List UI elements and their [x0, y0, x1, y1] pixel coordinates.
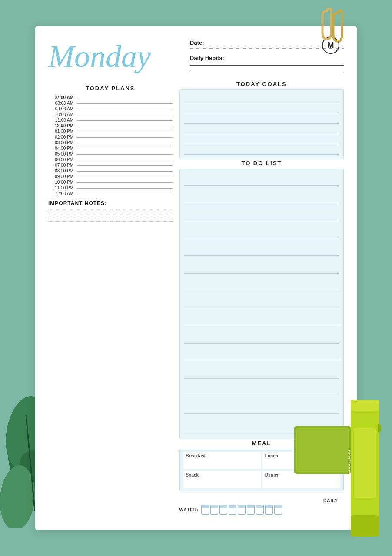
water-glass-5[interactable]	[238, 505, 246, 515]
svg-rect-14	[296, 428, 349, 472]
goal-line[interactable]	[184, 135, 339, 144]
todo-line[interactable]	[184, 387, 339, 396]
todo-line[interactable]	[184, 404, 339, 414]
snack-cell[interactable]: Snack	[183, 471, 261, 488]
todo-line[interactable]	[184, 299, 339, 308]
time-entry-line[interactable]	[77, 188, 173, 189]
time-entry-line[interactable]	[77, 160, 173, 160]
todo-line[interactable]	[184, 369, 339, 379]
paperclip-decoration	[318, 7, 362, 47]
todo-line[interactable]	[184, 317, 339, 326]
schedule-list: 07:00 AM 08:00 AM 09:00 AM 10:00 AM 11:0…	[48, 95, 173, 197]
daily-box[interactable]	[318, 504, 344, 521]
time-entry-line[interactable]	[77, 98, 173, 98]
notes-line[interactable]	[48, 209, 173, 209]
todo-line[interactable]	[184, 281, 339, 291]
bottom-row: WATER: DAILY	[179, 498, 344, 521]
time-entry-line[interactable]	[77, 126, 173, 126]
todo-section: TO DO LIST	[179, 164, 344, 439]
notes-line[interactable]	[48, 215, 173, 215]
time-row: 03:00 PM	[48, 140, 173, 145]
todo-line[interactable]	[184, 334, 339, 344]
todo-box	[179, 169, 344, 439]
water-glass-9[interactable]	[274, 505, 282, 515]
time-entry-line[interactable]	[77, 171, 173, 172]
time-entry-line[interactable]	[77, 115, 173, 115]
notes-line[interactable]	[48, 218, 173, 218]
goals-box	[179, 89, 344, 159]
todo-title: TO DO LIST	[238, 160, 285, 166]
time-label: 08:00 AM	[48, 101, 73, 106]
todo-line[interactable]	[184, 176, 339, 186]
time-entry-line[interactable]	[77, 109, 173, 109]
time-label: 09:00 AM	[48, 106, 73, 111]
goal-line[interactable]	[184, 94, 339, 103]
todo-lines	[180, 169, 343, 439]
todo-line[interactable]	[184, 229, 339, 238]
svg-rect-10	[354, 428, 376, 498]
water-glass-4[interactable]	[229, 505, 236, 515]
todo-line[interactable]	[184, 194, 339, 203]
time-row: 06:00 PM	[48, 157, 173, 162]
todo-line[interactable]	[184, 264, 339, 274]
todo-line[interactable]	[184, 351, 339, 361]
time-label: 04:00 PM	[48, 146, 73, 151]
breakfast-label: Breakfast	[186, 453, 258, 458]
time-entry-line[interactable]	[77, 165, 173, 166]
water-glass-2[interactable]	[210, 505, 218, 515]
water-glass-7[interactable]	[256, 505, 264, 515]
goal-line[interactable]	[184, 125, 339, 134]
water-glasses	[201, 505, 282, 515]
time-row: 07:00 AM	[48, 95, 173, 100]
highlighter-decoration: on:planners	[349, 394, 381, 543]
water-glass-1[interactable]	[201, 505, 209, 515]
time-entry-line[interactable]	[77, 143, 173, 143]
goal-line[interactable]	[184, 104, 339, 113]
time-label: 06:00 PM	[48, 157, 73, 162]
date-input-line[interactable]	[190, 48, 344, 49]
time-entry-line[interactable]	[77, 120, 173, 121]
notes-line[interactable]	[48, 212, 173, 212]
daily-label: DAILY	[323, 498, 338, 503]
time-row: 11:00 PM	[48, 185, 173, 190]
habits-line-2[interactable]	[190, 73, 344, 73]
time-row: 09:00 AM	[48, 106, 173, 111]
breakfast-cell[interactable]: Breakfast	[183, 452, 261, 469]
time-entry-line[interactable]	[77, 194, 173, 194]
date-label: Date:	[190, 40, 204, 46]
time-label: 08:00 PM	[48, 169, 73, 173]
svg-line-5	[26, 415, 35, 511]
time-label: 12:00 PM	[48, 123, 73, 128]
green-block-decoration	[294, 426, 351, 476]
time-row: 11:00 AM	[48, 118, 173, 122]
time-label: 02:00 PM	[48, 135, 73, 139]
time-entry-line[interactable]	[77, 132, 173, 132]
svg-rect-9	[351, 515, 379, 537]
water-glass-3[interactable]	[219, 505, 227, 515]
time-entry-line[interactable]	[77, 137, 173, 138]
time-entry-line[interactable]	[77, 177, 173, 177]
goals-title: TODAY GOALS	[233, 81, 290, 87]
time-entry-line[interactable]	[77, 182, 173, 183]
notes-line[interactable]	[48, 221, 173, 222]
time-label: 05:00 PM	[48, 152, 73, 156]
time-label: 11:00 AM	[48, 118, 73, 122]
water-glass-6[interactable]	[247, 505, 255, 515]
time-label: 10:00 AM	[48, 112, 73, 117]
time-label: 07:00 AM	[48, 95, 73, 100]
goal-line[interactable]	[184, 114, 339, 124]
time-label: 11:00 PM	[48, 185, 73, 190]
todo-line[interactable]	[184, 212, 339, 221]
time-label: 10:00 PM	[48, 180, 73, 185]
time-entry-line[interactable]	[77, 154, 173, 155]
habits-line-1[interactable]	[190, 65, 344, 66]
snack-label: Snack	[186, 473, 258, 477]
time-row: 09:00 PM	[48, 174, 173, 179]
time-label: 09:00 PM	[48, 174, 73, 179]
left-column: TODAY PLANS 07:00 AM 08:00 AM 09:00 AM 1…	[48, 85, 173, 521]
todo-line[interactable]	[184, 246, 339, 256]
goal-line[interactable]	[184, 145, 339, 155]
water-glass-8[interactable]	[265, 505, 273, 515]
time-entry-line[interactable]	[77, 103, 173, 104]
time-entry-line[interactable]	[77, 149, 173, 149]
